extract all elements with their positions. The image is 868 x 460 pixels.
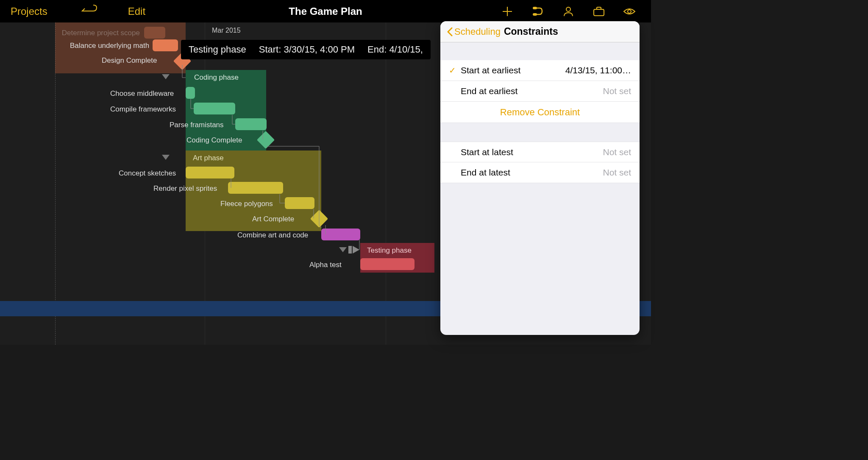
milestone-label: Coding Complete <box>186 136 242 145</box>
task-bar[interactable] <box>194 103 235 114</box>
remove-constraint-button[interactable]: Remove Constraint <box>440 102 640 123</box>
svg-rect-1 <box>533 13 537 16</box>
constraint-value: Not set <box>603 167 631 178</box>
connections-icon <box>532 6 544 17</box>
constraint-label: Start at latest <box>461 147 513 157</box>
constraint-value: 4/13/15, 11:00… <box>565 65 631 75</box>
constraint-row-end-latest[interactable]: End at latest Not set <box>440 162 640 183</box>
back-button[interactable]: Scheduling <box>447 26 501 37</box>
svg-rect-0 <box>533 7 537 9</box>
view-button[interactable] <box>623 5 636 18</box>
disclosure-triangle-icon[interactable] <box>162 74 170 79</box>
phase-label: Coding phase <box>194 73 239 82</box>
phase-label: Art phase <box>193 154 224 162</box>
svg-rect-3 <box>594 9 604 16</box>
milestone-label: Design Complete <box>102 56 157 65</box>
eye-icon <box>623 7 636 16</box>
task-label: Concept sketches <box>119 169 176 178</box>
constraint-row-start-latest[interactable]: Start at latest Not set <box>440 142 640 162</box>
constraint-row-start-earliest[interactable]: ✓ Start at earliest 4/13/15, 11:00… <box>440 60 640 81</box>
constraint-label: End at earliest <box>461 86 517 96</box>
constraint-indicator-icon <box>348 245 360 255</box>
projects-button[interactable]: Projects <box>11 6 47 17</box>
undo-button[interactable] <box>81 4 98 19</box>
undo-icon <box>81 4 98 16</box>
constraint-value: Not set <box>603 86 631 96</box>
constraint-label: End at latest <box>461 167 510 178</box>
task-bar[interactable] <box>235 118 267 130</box>
connections-button[interactable] <box>531 5 545 18</box>
task-bar[interactable] <box>228 182 283 194</box>
page-title: The Game Plan <box>289 6 362 17</box>
tooltip-start: Start: 3/30/15, 4:00 PM <box>259 44 355 55</box>
task-bar[interactable] <box>153 39 178 51</box>
toolbar: Projects Edit The Game Plan <box>0 0 651 22</box>
task-bar[interactable] <box>186 167 234 178</box>
task-bar[interactable] <box>186 87 195 99</box>
task-label: Render pixel sprites <box>153 184 217 193</box>
tooltip-end: End: 4/10/15, <box>367 44 423 55</box>
task-bar[interactable] <box>321 229 360 240</box>
chevron-left-icon <box>447 27 453 36</box>
task-label: Alpha test <box>309 261 342 269</box>
task-label: Fleece polygons <box>220 200 273 208</box>
disclosure-triangle-icon[interactable] <box>162 155 170 160</box>
disclosure-triangle-icon[interactable] <box>339 247 347 252</box>
back-label: Scheduling <box>454 26 501 37</box>
popover-arrow <box>606 21 616 22</box>
people-button[interactable] <box>562 5 575 18</box>
milestone-label: Art Complete <box>252 215 294 223</box>
gridline <box>386 22 386 345</box>
person-icon <box>563 6 574 17</box>
task-label: Parse framistans <box>170 121 224 129</box>
popover-header: Scheduling Constraints <box>440 21 640 42</box>
task-label: Determine project scope <box>51 29 140 37</box>
task-label: Compile frameworks <box>110 105 176 114</box>
briefcase-icon <box>593 6 605 17</box>
task-label: Balance underlying math <box>70 42 149 50</box>
constraint-label: Start at earliest <box>461 65 520 75</box>
task-bar[interactable] <box>144 27 165 39</box>
task-bar[interactable] <box>360 258 415 270</box>
task-label: Combine art and code <box>237 231 308 240</box>
add-button[interactable] <box>501 5 514 18</box>
svg-point-2 <box>566 7 570 11</box>
task-tooltip: Testing phase Start: 3/30/15, 4:00 PM En… <box>181 40 431 59</box>
tooltip-name: Testing phase <box>189 44 246 55</box>
check-icon: ✓ <box>449 65 461 75</box>
task-bar[interactable] <box>285 197 314 209</box>
phase-label: Testing phase <box>367 246 412 255</box>
task-label: Choose middleware <box>110 89 174 98</box>
popover-title: Constraints <box>504 26 558 37</box>
month-label: Mar 2015 <box>212 27 241 34</box>
briefcase-button[interactable] <box>592 5 606 18</box>
svg-point-4 <box>628 10 631 13</box>
constraint-row-end-earliest[interactable]: End at earliest Not set <box>440 81 640 102</box>
edit-button[interactable]: Edit <box>128 6 145 17</box>
plus-icon <box>502 6 513 17</box>
constraint-value: Not set <box>603 147 631 157</box>
constraints-popover: Scheduling Constraints ✓ Start at earlie… <box>440 21 640 335</box>
